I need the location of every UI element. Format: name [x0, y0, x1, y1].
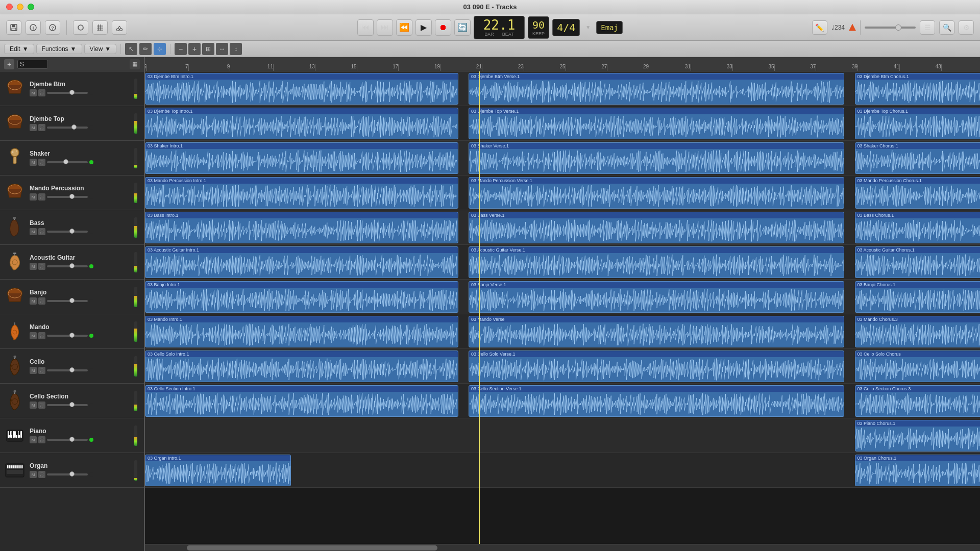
rewind-button[interactable]: ⏮ [357, 19, 374, 36]
mute-icon[interactable]: M [30, 367, 37, 374]
info-button[interactable]: i [26, 20, 41, 35]
key-display[interactable]: Emaj [596, 21, 623, 34]
clip[interactable]: 03 Mando Percussion Intro.1 [145, 177, 458, 209]
clip[interactable]: 03 Djembe Btm Verse.1 [469, 73, 844, 105]
zoom-in-button[interactable]: + [188, 43, 201, 55]
track-header-acoustic-guitar[interactable]: Acoustic Guitar M 🎧 [0, 245, 144, 280]
volume-knob[interactable] [69, 402, 75, 407]
clip[interactable]: 03 Cello Solo Intro.1 [145, 350, 458, 382]
metronome-button[interactable] [849, 24, 856, 31]
headphones-icon[interactable]: 🎧 [38, 297, 45, 305]
volume-fader[interactable] [47, 300, 88, 302]
clip[interactable]: 03 Mando Verse [469, 316, 844, 347]
search-button[interactable]: 🔍 [939, 20, 954, 35]
tempo-display[interactable]: 90 KEEP [528, 16, 549, 39]
clip[interactable]: 03 Djembe Btm Intro.1 [145, 73, 458, 105]
track-header-organ[interactable]: Organ M 🎧 [0, 453, 144, 488]
list-editor-button[interactable]: ☰ [920, 20, 935, 35]
clip[interactable]: 03 Banjo Intro.1 [145, 281, 458, 313]
track-lane-acoustic-guitar[interactable]: 03 Acoustic Guitar Intro.103 Acoustic Gu… [145, 245, 980, 280]
track-lane-djembe-btm[interactable]: 03 Djembe Btm Intro.103 Djembe Btm Verse… [145, 71, 980, 106]
track-header-djembe-top[interactable]: Djembe Top M 🎧 [0, 106, 144, 141]
track-header-djembe-btm[interactable]: Djembe Btm M 🎧 [0, 71, 144, 106]
volume-knob[interactable] [69, 367, 75, 372]
track-lane-mando-percussion[interactable]: 03 Mando Percussion Intro.103 Mando Perc… [145, 176, 980, 210]
volume-knob[interactable] [69, 90, 75, 95]
clip[interactable]: 03 Organ Intro.1 [145, 455, 291, 486]
clip[interactable]: 03 Cello Section Verse.1 [469, 385, 844, 417]
track-header-mando[interactable]: Mando M 🎧 [0, 314, 144, 349]
clip[interactable]: 03 Bass Verse.1 [469, 212, 844, 243]
volume-knob[interactable] [71, 124, 77, 130]
headphones-icon[interactable]: 🎧 [38, 228, 45, 235]
edit-menu-button[interactable]: Edit ▼ [4, 44, 34, 54]
headphones-icon[interactable]: 🎧 [38, 263, 45, 270]
track-lane-djembe-top[interactable]: 03 Djembe Top Intro.103 Djembe Top Verse… [145, 106, 980, 141]
clip[interactable]: 03 Acoustic Guitar Intro.1 [145, 246, 458, 278]
position-display[interactable]: 22.1 BAR BEAT [474, 16, 525, 39]
smart-controls-button[interactable]: ⚙ [959, 20, 974, 35]
mute-icon[interactable]: M [30, 124, 37, 131]
mute-icon[interactable]: M [30, 193, 37, 201]
mute-icon[interactable]: M [30, 471, 37, 478]
mute-icon[interactable]: M [30, 89, 37, 96]
clip[interactable]: 03 Acoustic Guitar Chorus.1 [855, 246, 980, 278]
clip[interactable]: 03 Shaker Verse.1 [469, 142, 844, 174]
fast-forward-button[interactable]: ⏭ [377, 19, 393, 36]
track-lane-cello-section[interactable]: 03 Cello Section Intro.103 Cello Section… [145, 384, 980, 418]
pencil-tool[interactable]: ✏ [139, 43, 152, 55]
zoom-horiz-button[interactable]: ↔ [216, 43, 228, 55]
minimize-button[interactable] [17, 4, 23, 10]
headphones-icon[interactable]: 🎧 [38, 471, 45, 478]
volume-knob[interactable] [63, 159, 68, 164]
volume-fader[interactable] [47, 439, 88, 441]
headphones-icon[interactable]: 🎧 [38, 193, 45, 201]
functions-menu-button[interactable]: Functions ▼ [36, 44, 82, 54]
volume-fader[interactable] [47, 196, 88, 198]
volume-knob[interactable] [69, 194, 75, 199]
volume-knob[interactable] [69, 298, 75, 303]
volume-knob[interactable] [69, 471, 75, 477]
clip[interactable]: 03 Djembe Top Verse.1 [469, 108, 844, 139]
mute-icon[interactable]: M [30, 159, 37, 166]
clip[interactable]: 03 Mando Intro.1 [145, 316, 458, 347]
volume-fader[interactable] [47, 473, 88, 475]
track-header-cello[interactable]: Cello M 🎧 [0, 349, 144, 384]
volume-knob[interactable] [69, 263, 75, 268]
clip[interactable]: 03 Djembe Top Chorus.1 [855, 108, 980, 139]
clip[interactable]: 03 Banjo Verse.1 [469, 281, 844, 313]
clip[interactable]: 03 Cello Solo Verse.1 [469, 350, 844, 382]
zoom-vert-button[interactable]: ↕ [230, 43, 242, 55]
track-header-cello-section[interactable]: Cello Section M 🎧 [0, 384, 144, 418]
clip[interactable]: 03 Organ Chorus.1 [855, 455, 980, 486]
mute-icon[interactable]: M [30, 297, 37, 305]
track-header-bass[interactable]: Bass M 🎧 [0, 210, 144, 245]
track-lane-mando[interactable]: 03 Mando Intro.103 Mando Verse03 Mando C… [145, 314, 980, 349]
track-header-banjo[interactable]: Banjo M 🎧 [0, 280, 144, 314]
pencil-tool-button[interactable]: ✏️ [812, 20, 827, 35]
save-button[interactable] [6, 20, 21, 35]
zoom-fit-button[interactable]: ⊞ [202, 43, 214, 55]
master-volume-slider[interactable] [865, 27, 916, 29]
zoom-out-button[interactable]: − [175, 43, 187, 55]
loop-button[interactable] [73, 20, 88, 35]
record-button[interactable]: ⏺ [435, 19, 451, 36]
pointer-tool[interactable]: ↖ [125, 43, 137, 55]
volume-fader[interactable] [47, 231, 88, 233]
clip[interactable]: 03 Piano Chorus.1 [855, 420, 980, 452]
headphones-icon[interactable]: 🎧 [38, 124, 45, 131]
mute-icon[interactable]: M [30, 436, 37, 443]
sig-arrow[interactable]: ▼ [583, 24, 593, 30]
volume-fader[interactable] [47, 265, 88, 267]
clip[interactable]: 03 Cello Solo Chorus [855, 350, 980, 382]
volume-fader[interactable] [47, 92, 88, 94]
grid-button[interactable] [92, 20, 108, 35]
volume-fader[interactable] [47, 369, 88, 371]
clip[interactable]: 03 Mando Percussion Chorus.1 [855, 177, 980, 209]
clip[interactable]: 03 Banjo Chorus.1 [855, 281, 980, 313]
mute-icon[interactable]: M [30, 402, 37, 409]
track-lane-organ[interactable]: 03 Organ Intro.103 Organ Chorus.103 Orga… [145, 453, 980, 488]
volume-knob[interactable] [69, 229, 75, 234]
clip[interactable]: 03 Cello Section Chorus.3 [855, 385, 980, 417]
headphones-icon[interactable]: 🎧 [38, 332, 45, 339]
